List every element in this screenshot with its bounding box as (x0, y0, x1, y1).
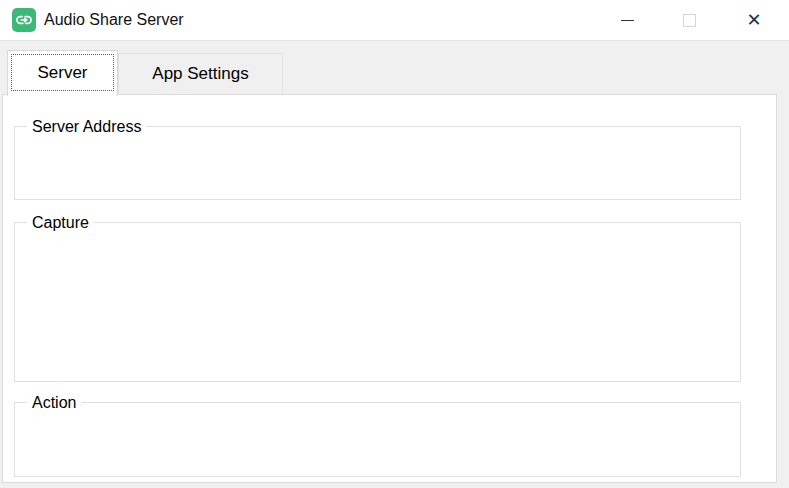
server-address-group: Server Address (14, 126, 741, 200)
tab-app-settings-label: App Settings (152, 64, 248, 84)
tab-server-focus-rect: Server (11, 54, 114, 91)
minimize-icon (621, 20, 634, 21)
maximize-icon (683, 14, 696, 27)
server-address-legend: Server Address (27, 117, 146, 136)
close-icon: ✕ (746, 11, 761, 29)
title-bar: Audio Share Server ✕ (0, 0, 789, 41)
tab-server[interactable]: Server (7, 50, 118, 96)
capture-legend: Capture (27, 213, 94, 232)
audio-share-server-window: { "window": { "title": "Audio Share Serv… (0, 0, 789, 488)
tab-app-settings[interactable]: App Settings (118, 53, 283, 94)
minimize-button[interactable] (604, 0, 650, 40)
action-group: Action (14, 402, 741, 477)
maximize-button[interactable] (666, 0, 712, 40)
capture-group: Capture (14, 222, 741, 382)
tab-server-label: Server (37, 63, 87, 83)
action-legend: Action (27, 393, 81, 412)
close-button[interactable]: ✕ (731, 0, 777, 40)
window-title: Audio Share Server (44, 0, 184, 40)
app-logo-icon (12, 8, 36, 32)
